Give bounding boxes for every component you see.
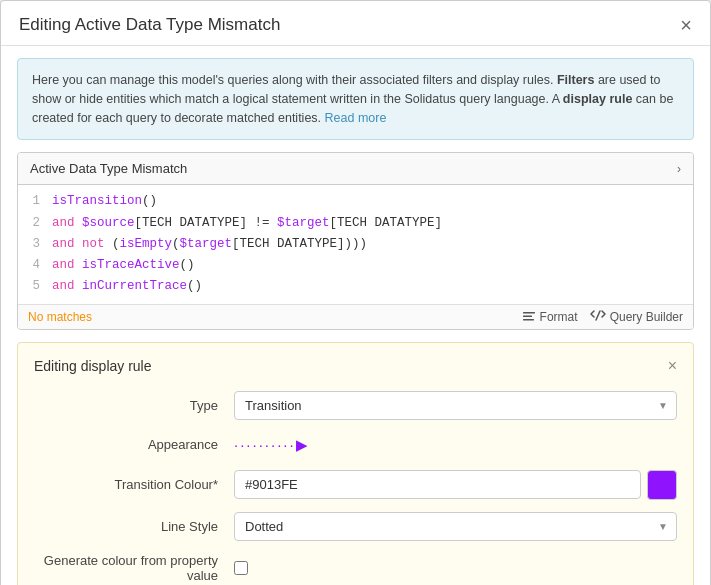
appearance-label: Appearance bbox=[34, 437, 234, 452]
code-line-1: 1 isTransition() bbox=[26, 191, 685, 212]
generate-colour-label: Generate colour from property value bbox=[34, 553, 234, 583]
query-section: Active Data Type Mismatch › 1 isTransiti… bbox=[17, 152, 694, 329]
modal-header: Editing Active Data Type Mismatch × bbox=[1, 1, 710, 46]
line-num-2: 2 bbox=[26, 213, 40, 234]
appearance-preview: ··········▶ bbox=[234, 432, 677, 458]
code-line-4: 4 and isTraceActive() bbox=[26, 255, 685, 276]
line-num-3: 3 bbox=[26, 234, 40, 255]
type-label: Type bbox=[34, 398, 234, 413]
query-section-header: Active Data Type Mismatch › bbox=[18, 153, 693, 185]
display-rule-close-button[interactable]: × bbox=[668, 357, 677, 375]
line-num-5: 5 bbox=[26, 276, 40, 297]
code-content-5: and inCurrentTrace() bbox=[52, 276, 202, 297]
type-control: Transition ▼ bbox=[234, 391, 677, 420]
read-more-link[interactable]: Read more bbox=[325, 111, 387, 125]
code-content-1: isTransition() bbox=[52, 191, 157, 212]
info-filters-bold: Filters bbox=[557, 73, 595, 87]
line-num-4: 4 bbox=[26, 255, 40, 276]
appearance-row: Appearance ··········▶ bbox=[34, 432, 677, 458]
modal-container: Editing Active Data Type Mismatch × Here… bbox=[0, 0, 711, 585]
svg-rect-1 bbox=[523, 315, 532, 317]
line-num-1: 1 bbox=[26, 191, 40, 212]
line-style-select[interactable]: Dotted bbox=[234, 512, 677, 541]
code-editor[interactable]: 1 isTransition() 2 and $source[TECH DATA… bbox=[18, 185, 693, 303]
svg-line-3 bbox=[596, 311, 600, 320]
svg-rect-0 bbox=[523, 312, 535, 314]
transition-colour-label: Transition Colour* bbox=[34, 477, 234, 492]
code-line-5: 5 and inCurrentTrace() bbox=[26, 276, 685, 297]
line-style-label: Line Style bbox=[34, 519, 234, 534]
svg-rect-2 bbox=[523, 319, 534, 321]
info-display-rule-bold: display rule bbox=[563, 92, 632, 106]
code-content-2: and $source[TECH DATATYPE] != $target[TE… bbox=[52, 213, 442, 234]
appearance-arrow-icon: ··········▶ bbox=[234, 436, 310, 454]
code-content-3: and not (isEmpty($target[TECH DATATYPE])… bbox=[52, 234, 367, 255]
type-select-wrapper: Transition ▼ bbox=[234, 391, 677, 420]
query-builder-icon bbox=[590, 310, 606, 324]
display-rule-title: Editing display rule bbox=[34, 358, 152, 374]
code-actions: Format Query Builder bbox=[522, 310, 683, 324]
line-style-control: Dotted ▼ bbox=[234, 512, 677, 541]
generate-colour-checkbox[interactable] bbox=[234, 561, 248, 575]
chevron-right-icon[interactable]: › bbox=[677, 162, 681, 176]
format-icon bbox=[522, 310, 536, 324]
type-select[interactable]: Transition bbox=[234, 391, 677, 420]
line-style-row: Line Style Dotted ▼ bbox=[34, 512, 677, 541]
display-rule-panel: Editing display rule × Type Transition ▼… bbox=[17, 342, 694, 586]
query-section-title: Active Data Type Mismatch bbox=[30, 161, 187, 176]
type-row: Type Transition ▼ bbox=[34, 391, 677, 420]
format-button[interactable]: Format bbox=[522, 310, 578, 324]
code-footer: No matches Format Query bbox=[18, 304, 693, 329]
generate-colour-row: Generate colour from property value bbox=[34, 553, 677, 583]
no-matches-label: No matches bbox=[28, 310, 92, 324]
code-line-3: 3 and not (isEmpty($target[TECH DATATYPE… bbox=[26, 234, 685, 255]
query-builder-button[interactable]: Query Builder bbox=[590, 310, 683, 324]
transition-colour-control bbox=[234, 470, 677, 500]
info-box: Here you can manage this model's queries… bbox=[17, 58, 694, 140]
line-style-select-wrapper: Dotted ▼ bbox=[234, 512, 677, 541]
modal-title: Editing Active Data Type Mismatch bbox=[19, 15, 280, 35]
transition-colour-input[interactable] bbox=[234, 470, 641, 499]
code-line-2: 2 and $source[TECH DATATYPE] != $target[… bbox=[26, 213, 685, 234]
info-text-before: Here you can manage this model's queries… bbox=[32, 73, 557, 87]
display-rule-panel-header: Editing display rule × bbox=[34, 357, 677, 375]
colour-swatch[interactable] bbox=[647, 470, 677, 500]
code-content-4: and isTraceActive() bbox=[52, 255, 195, 276]
transition-colour-row: Transition Colour* bbox=[34, 470, 677, 500]
modal-close-button[interactable]: × bbox=[680, 15, 692, 35]
